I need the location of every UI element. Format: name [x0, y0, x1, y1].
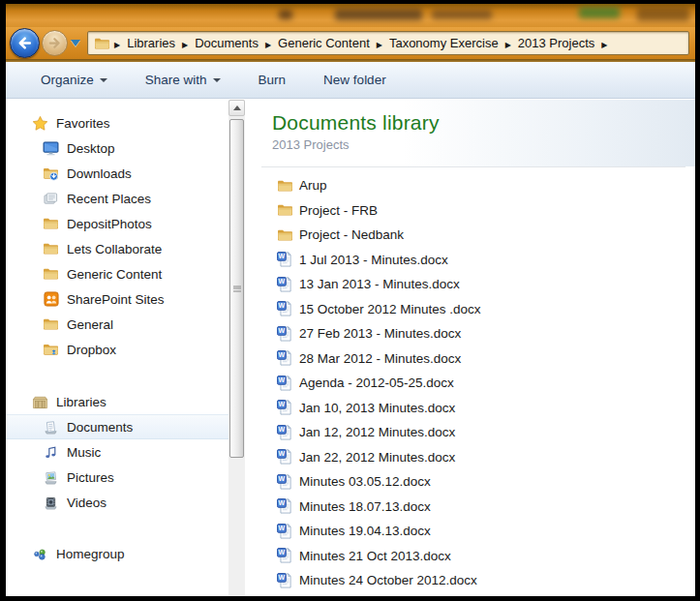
back-button[interactable]: [10, 28, 40, 58]
sidebar-item-depositphotos[interactable]: DepositPhotos: [6, 211, 228, 236]
blurred-background-shape: [637, 7, 689, 21]
svg-text:W: W: [279, 426, 286, 433]
breadcrumb-separator-icon: ▶: [263, 41, 273, 49]
folder-icon: [42, 317, 60, 331]
sidebar-item-label: Documents: [67, 420, 133, 435]
address-bar[interactable]: ▶Libraries▶Documents▶Generic Content▶Tax…: [87, 31, 689, 55]
music-icon: [42, 445, 60, 460]
sidebar-item-downloads[interactable]: Downloads: [6, 161, 228, 186]
breadcrumb-item-libraries[interactable]: Libraries: [122, 35, 180, 51]
file-1-jul-2013-minutes-docx[interactable]: W1 Jul 2013 - Minutes.docx: [245, 248, 695, 273]
sidebar-item-recent-places[interactable]: Recent Places: [6, 186, 228, 211]
folder-icon: [276, 228, 293, 242]
word-icon: W: [276, 301, 293, 316]
file-minutes-21-oct-2013-docx[interactable]: WMinutes 21 Oct 2013.docx: [245, 544, 695, 569]
burn-button[interactable]: Burn: [253, 69, 292, 91]
sidebar-item-dropbox[interactable]: Dropbox: [6, 337, 228, 362]
share-with-button[interactable]: Share with: [139, 69, 227, 91]
library-header: Documents library 2013 Projects: [245, 100, 695, 166]
sidebar-item-desktop[interactable]: Desktop: [6, 135, 228, 161]
file-name-label: 15 October 2012 Minutes .docx: [299, 302, 481, 316]
sidebar-item-libraries[interactable]: Libraries: [6, 389, 228, 414]
organize-label: Organize: [41, 73, 94, 87]
folder-arup[interactable]: Arup: [245, 173, 695, 198]
breadcrumb-item-documents[interactable]: Documents: [190, 35, 263, 51]
file-minutes-24-october-2012-docx[interactable]: WMinutes 24 October 2012.docx: [245, 568, 695, 593]
blurred-background-shape: [432, 10, 492, 19]
folder-icon: [42, 242, 60, 255]
sidebar-item-favorites[interactable]: Favorites: [6, 110, 228, 135]
file-name-label: Jan 10, 2013 Minutes.docx: [299, 401, 455, 415]
sidebar-item-label: DepositPhotos: [67, 217, 152, 231]
word-icon: W: [276, 350, 293, 366]
breadcrumb-separator-icon: ▶: [503, 41, 513, 49]
folder-project-nedbank[interactable]: Project - Nedbank: [245, 223, 695, 248]
file-agenda-2012-05-25-docx[interactable]: WAgenda - 2012-05-25.docx: [245, 371, 695, 396]
sidebar-item-general[interactable]: General: [6, 312, 228, 337]
svg-text:W: W: [279, 352, 286, 359]
sidebar-item-label: Desktop: [67, 141, 115, 156]
forward-arrow-icon: [47, 36, 62, 50]
file-name-label: Minutes 21 Oct 2013.docx: [299, 549, 451, 563]
navigation-pane: FavoritesDesktopDownloadsRecent PlacesDe…: [6, 100, 228, 596]
sidebar-item-videos[interactable]: Videos: [6, 490, 228, 515]
recent-pages-dropdown-icon[interactable]: [71, 40, 80, 46]
breadcrumb-separator-icon: ▶: [180, 41, 190, 49]
word-icon: W: [276, 400, 293, 415]
forward-button-disabled[interactable]: [42, 30, 68, 56]
scrollbar-up-button[interactable]: [228, 100, 245, 116]
file-jan-22-2012-minutes-docx[interactable]: WJan 22, 2012 Minutes.docx: [245, 445, 695, 470]
dropdown-caret-icon: [100, 78, 107, 82]
file-name-label: 28 Mar 2012 - Minutes.docx: [299, 351, 461, 366]
folder-project-frb[interactable]: Project - FRB: [245, 198, 695, 224]
sidebar-item-documents[interactable]: Documents: [6, 414, 228, 439]
file-15-october-2012-minutes-docx[interactable]: W15 October 2012 Minutes .docx: [245, 297, 695, 322]
file-name-label: Project - Nedbank: [299, 227, 404, 242]
scrollbar-thumb[interactable]: [229, 119, 244, 458]
libraries-icon: [31, 395, 49, 409]
file-27-feb-2013-minutes-docx[interactable]: W27 Feb 2013 - Minutes.docx: [245, 321, 695, 346]
file-28-mar-2012-minutes-docx[interactable]: W28 Mar 2012 - Minutes.docx: [245, 346, 695, 372]
word-icon: W: [276, 425, 293, 440]
breadcrumb-item-taxonomy-exercise[interactable]: Taxonomy Exercise: [384, 35, 503, 51]
breadcrumb-item-2013-projects[interactable]: 2013 Projects: [513, 35, 600, 51]
sidebar-item-music[interactable]: Music: [6, 439, 228, 465]
file-minutes-18-07-13-docx[interactable]: WMinutes 18.07.13.docx: [245, 495, 695, 520]
file-name-label: Agenda - 2012-05-25.docx: [299, 376, 454, 390]
sidebar-item-label: Dropbox: [67, 343, 116, 357]
sidebar-item-lets-collaborate[interactable]: Lets Collaborate: [6, 236, 228, 261]
svg-text:W: W: [279, 278, 286, 285]
new-folder-button[interactable]: New folder: [318, 69, 392, 91]
file-minutes-03-05-12-docx[interactable]: WMinutes 03.05.12.docx: [245, 469, 695, 495]
sidebar-item-pictures[interactable]: Pictures: [6, 465, 228, 490]
sidebar-item-label: Downloads: [67, 166, 132, 181]
file-minutes-19-04-13-docx[interactable]: WMinutes 19.04.13.docx: [245, 519, 695, 544]
sidebar-item-label: Favorites: [56, 116, 110, 131]
word-icon: W: [276, 277, 293, 292]
file-13-jan-2013-minutes-docx[interactable]: W13 Jan 2013 - Minutes.docx: [245, 272, 695, 297]
blurred-background-shape: [335, 9, 422, 20]
file-name-label: 27 Feb 2013 - Minutes.docx: [299, 326, 461, 341]
sidebar-item-generic-content[interactable]: Generic Content: [6, 261, 228, 286]
sidebar-scrollbar[interactable]: [228, 100, 245, 596]
svg-text:W: W: [279, 574, 286, 581]
back-arrow-icon: [16, 35, 33, 51]
breadcrumb-item-generic-content[interactable]: Generic Content: [273, 35, 375, 51]
word-icon: W: [276, 498, 293, 514]
svg-text:W: W: [279, 475, 286, 482]
file-name-label: 13 Jan 2013 - Minutes.docx: [299, 277, 460, 291]
file-name-label: 1 Jul 2013 - Minutes.docx: [299, 253, 448, 267]
sidebar-item-label: Lets Collaborate: [67, 242, 162, 256]
organize-button[interactable]: Organize: [35, 69, 113, 91]
sidebar-item-sharepoint-sites[interactable]: SharePoint Sites: [6, 286, 228, 312]
sidebar-item-label: Pictures: [67, 470, 114, 485]
dropdown-caret-icon: [213, 78, 221, 82]
sidebar-item-homegroup[interactable]: Homegroup: [6, 541, 228, 566]
new-folder-label: New folder: [323, 73, 386, 87]
sidebar-item-label: General: [67, 317, 113, 332]
file-name-label: Arup: [299, 178, 327, 193]
breadcrumb-separator-icon[interactable]: ▶: [599, 41, 609, 49]
file-jan-10-2013-minutes-docx[interactable]: WJan 10, 2013 Minutes.docx: [245, 396, 695, 421]
file-jan-12-2012-minutes-docx[interactable]: WJan 12, 2012 Minutes.docx: [245, 420, 695, 445]
sidebar-item-label: Videos: [67, 496, 107, 510]
